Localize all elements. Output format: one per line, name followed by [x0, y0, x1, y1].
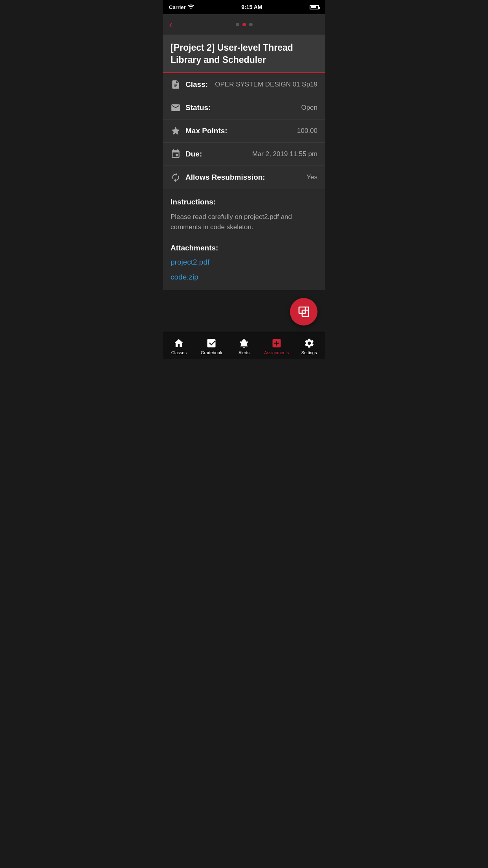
tab-bar: Classes Gradebook Alerts Assignments Set… [163, 332, 325, 359]
content-section: Instructions: Please read carefully on p… [163, 189, 325, 290]
carrier-label: Carrier [169, 4, 186, 10]
tab-alerts[interactable]: Alerts [228, 332, 261, 359]
details-section: Class: OPER SYSTEM DESIGN 01 Sp19 Status… [163, 73, 325, 189]
due-icon [171, 149, 185, 159]
status-right [310, 5, 319, 9]
tab-gradebook[interactable]: Gradebook [195, 332, 228, 359]
tab-assignments-label: Assignments [264, 350, 289, 355]
due-label: Due: [185, 150, 202, 158]
nav-bar: ‹ [163, 14, 325, 35]
tab-classes[interactable]: Classes [163, 332, 195, 359]
indicator-3 [249, 23, 253, 26]
detail-row-resubmission: Allows Resubmission: Yes [163, 166, 325, 189]
status-icon [171, 103, 185, 113]
attachments-list: project2.pdf code.zip [171, 258, 317, 281]
resubmission-icon [171, 172, 185, 182]
due-value: Mar 2, 2019 11:55 pm [202, 150, 317, 158]
tab-gradebook-label: Gradebook [201, 350, 222, 355]
detail-row-due: Due: Mar 2, 2019 11:55 pm [163, 143, 325, 166]
page-indicators [236, 23, 253, 26]
tab-assignments[interactable]: Assignments [260, 332, 293, 359]
fab-area [163, 290, 325, 332]
title-section: [Project 2] User-level Thread Library an… [163, 35, 325, 73]
assignment-title: [Project 2] User-level Thread Library an… [171, 42, 317, 66]
attachment-zip[interactable]: code.zip [171, 273, 317, 281]
detail-row-class: Class: OPER SYSTEM DESIGN 01 Sp19 [163, 73, 325, 96]
maxpoints-value: 100.00 [227, 127, 317, 135]
status-label: Status: [185, 103, 211, 112]
status-bar: Carrier 9:15 AM [163, 0, 325, 14]
tab-settings-label: Settings [301, 350, 317, 355]
instructions-text: Please read carefully on project2.pdf an… [171, 212, 317, 232]
attachments-heading: Attachments: [171, 244, 317, 252]
resubmission-value: Yes [265, 173, 317, 181]
class-icon [171, 79, 185, 90]
detail-row-status: Status: Open [163, 96, 325, 120]
status-left: Carrier [169, 4, 194, 10]
resubmission-label: Allows Resubmission: [185, 173, 265, 182]
back-button[interactable]: ‹ [169, 19, 172, 29]
tab-classes-label: Classes [171, 350, 187, 355]
maxpoints-icon [171, 126, 185, 136]
fab-submit-button[interactable] [290, 298, 317, 326]
detail-row-maxpoints: Max Points: 100.00 [163, 120, 325, 143]
tab-alerts-label: Alerts [238, 350, 250, 355]
attachment-pdf[interactable]: project2.pdf [171, 258, 317, 267]
battery-icon [310, 5, 319, 9]
maxpoints-label: Max Points: [185, 127, 227, 135]
class-label: Class: [185, 80, 208, 89]
indicator-1 [236, 23, 239, 26]
time-label: 9:15 AM [241, 4, 262, 10]
instructions-heading: Instructions: [171, 198, 317, 206]
indicator-2 [242, 23, 246, 26]
wifi-icon [188, 4, 194, 10]
class-value: OPER SYSTEM DESIGN 01 Sp19 [208, 81, 317, 88]
status-value: Open [211, 104, 317, 112]
tab-settings[interactable]: Settings [293, 332, 325, 359]
